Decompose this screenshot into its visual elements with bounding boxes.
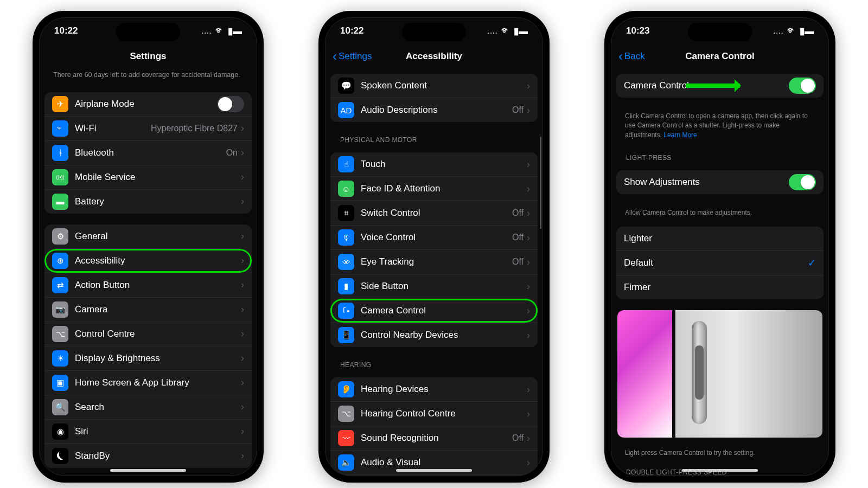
back-chevron-icon: ‹ <box>618 50 623 63</box>
nearby-icon: 📱 <box>338 327 354 343</box>
row-action-button[interactable]: ⇄Action Button› <box>44 273 252 297</box>
row-label: Airplane Mode <box>75 99 217 110</box>
audiodesc-icon: AD <box>338 102 354 118</box>
row-camera-control[interactable]: ｢•Camera Control› <box>330 298 538 323</box>
chevron-right-icon: › <box>241 123 244 134</box>
controlcentre-icon: ⌥ <box>52 326 68 342</box>
row-standby[interactable]: ⏾StandBy› <box>44 444 252 468</box>
audiovisual-icon: 🔈 <box>338 454 354 471</box>
row-search[interactable]: 🔍Search› <box>44 395 252 419</box>
back-button[interactable]: ‹ Back <box>618 50 645 63</box>
nav-bar: ‹ Back Camera Control <box>611 44 829 68</box>
chevron-right-icon: › <box>527 159 530 170</box>
row-label: Search <box>75 402 241 413</box>
row-face-id-attention[interactable]: ☺︎Face ID & Attention› <box>330 176 538 201</box>
airplane-toggle[interactable] <box>217 96 244 112</box>
row-label: Home Screen & App Library <box>75 377 241 388</box>
row-accessibility[interactable]: ⊕Accessibility› <box>44 248 252 273</box>
row-bluetooth[interactable]: ᚼBluetoothOn› <box>44 140 252 165</box>
home-indicator[interactable] <box>396 469 472 472</box>
row-mobile-service[interactable]: ((•))Mobile Service› <box>44 165 252 189</box>
camera-control-toggle[interactable] <box>789 78 816 94</box>
row-camera[interactable]: 📷Camera› <box>44 297 252 322</box>
row-detail: Off <box>512 233 524 242</box>
option-label: Firmer <box>624 282 816 293</box>
row-general[interactable]: ⚙︎General› <box>44 224 252 248</box>
chevron-right-icon: › <box>527 232 530 243</box>
coverage-banner[interactable]: There are 60 days left to add coverage f… <box>44 68 252 87</box>
row-home-screen-app-library[interactable]: ▣Home Screen & App Library› <box>44 370 252 395</box>
option-lighter[interactable]: Lighter <box>616 227 824 251</box>
row-display-brightness[interactable]: ☀︎Display & Brightness› <box>44 346 252 370</box>
chevron-right-icon: › <box>527 105 530 116</box>
row-detail: Off <box>512 208 524 218</box>
nav-bar: ‹ Settings Accessibility <box>325 44 543 68</box>
row-hearing-control-centre[interactable]: ⌥Hearing Control Centre› <box>330 401 538 426</box>
row-battery[interactable]: ▬Battery› <box>44 189 252 214</box>
option-firmer[interactable]: Firmer <box>616 275 824 299</box>
row-label: Audio Descriptions <box>361 105 512 115</box>
row-show-adjustments[interactable]: Show Adjustments <box>616 170 824 194</box>
section-header-lightpress: LIGHT-PRESS <box>616 151 824 165</box>
battery-icon: ▬ <box>52 194 68 210</box>
row-label: Camera <box>75 304 241 315</box>
option-label: Lighter <box>624 233 816 244</box>
chevron-right-icon: › <box>527 457 530 468</box>
row-control-nearby-devices[interactable]: 📱Control Nearby Devices› <box>330 323 538 347</box>
row-subtitles-captioning[interactable]: CCSubtitles & Captioning› <box>330 474 538 476</box>
scroll-indicator[interactable] <box>540 137 541 229</box>
row-label: Voice Control <box>361 232 512 243</box>
annotation-arrow <box>686 84 740 88</box>
row-spoken-content[interactable]: 💬Spoken Content› <box>330 74 538 98</box>
row-detail: Hyperoptic Fibre D827 <box>151 124 238 133</box>
row-touch[interactable]: ☝︎Touch› <box>330 152 538 176</box>
chevron-right-icon: › <box>241 352 244 364</box>
preview-caption: Light-press Camera Control to try the se… <box>616 445 824 458</box>
row-control-centre[interactable]: ⌥Control Centre› <box>44 322 252 346</box>
back-button[interactable]: ‹ Settings <box>333 50 372 63</box>
row-detail: Off <box>512 433 524 443</box>
home-indicator[interactable] <box>110 469 186 472</box>
chevron-right-icon: › <box>527 305 530 317</box>
row-airplane-mode[interactable]: ✈︎Airplane Mode <box>44 92 252 116</box>
hearingdev-icon: 👂 <box>338 381 354 397</box>
option-default[interactable]: Default✓ <box>616 251 824 275</box>
row-label: Battery <box>75 196 241 207</box>
row-voice-control[interactable]: 🎙Voice ControlOff› <box>330 225 538 249</box>
row-label: Control Centre <box>75 329 241 339</box>
voicectrl-icon: 🎙 <box>338 229 354 246</box>
wifi-icon: ᯤ <box>215 25 225 36</box>
row-label: Hearing Control Centre <box>361 408 527 419</box>
chevron-right-icon: › <box>241 230 244 242</box>
section-header-physical: PHYSICAL AND MOTOR <box>330 133 538 147</box>
row-audio-descriptions[interactable]: ADAudio DescriptionsOff› <box>330 98 538 122</box>
row-siri[interactable]: ◉Siri› <box>44 419 252 444</box>
chevron-right-icon: › <box>241 304 244 315</box>
clock: 10:22 <box>340 25 363 36</box>
chevron-right-icon: › <box>241 401 244 413</box>
chevron-right-icon: › <box>527 281 530 292</box>
learn-more-link[interactable]: Learn More <box>663 131 697 139</box>
chevron-right-icon: › <box>241 377 244 388</box>
standby-icon: ⏾ <box>52 448 68 464</box>
cellular-icon: ((•)) <box>52 169 68 185</box>
row-label: General <box>75 231 241 242</box>
row-label: Face ID & Attention <box>361 183 527 194</box>
row-wi-fi[interactable]: ᯤWi-FiHyperoptic Fibre D827› <box>44 116 252 140</box>
chevron-right-icon: › <box>527 183 530 195</box>
hearingcc-icon: ⌥ <box>338 406 354 422</box>
row-side-button[interactable]: ▮Side Button› <box>330 274 538 298</box>
phone-camera-control: 10:23 .... ᯤ ▮▬ ‹ Back Camera Control Ca… <box>604 11 835 483</box>
home-indicator[interactable] <box>682 469 758 472</box>
accessibility-icon: ⊕ <box>52 253 68 269</box>
page-title: Settings <box>130 51 166 62</box>
row-hearing-devices[interactable]: 👂Hearing Devices› <box>330 377 538 401</box>
wifi-icon: ᯤ <box>787 25 796 36</box>
row-sound-recognition[interactable]: 〰Sound RecognitionOff› <box>330 426 538 450</box>
chevron-right-icon: › <box>241 426 244 437</box>
show-adjustments-toggle[interactable] <box>789 174 816 190</box>
row-eye-tracking[interactable]: 👁Eye TrackingOff› <box>330 249 538 274</box>
row-label: Hearing Devices <box>361 384 527 395</box>
eyetrack-icon: 👁 <box>338 254 354 270</box>
row-switch-control[interactable]: ⌗Switch ControlOff› <box>330 201 538 225</box>
